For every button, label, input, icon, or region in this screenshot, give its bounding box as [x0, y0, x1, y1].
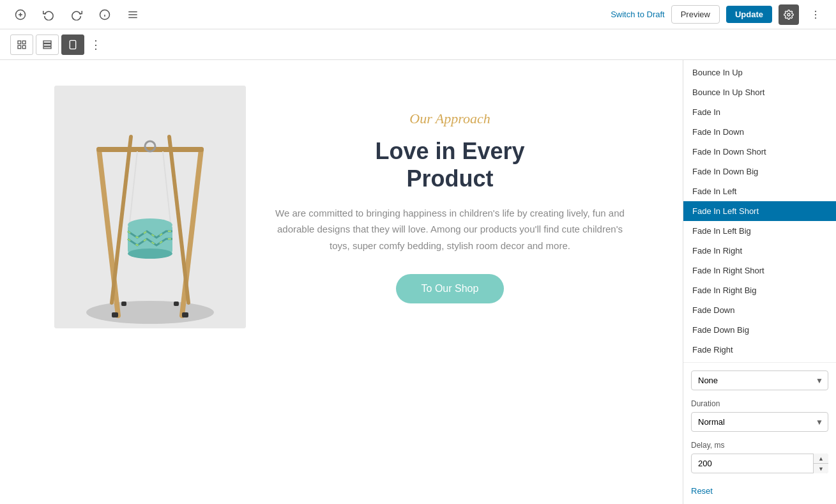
list-view-button[interactable] — [36, 34, 59, 55]
settings-button[interactable] — [779, 4, 799, 25]
list-item[interactable]: Fade In Down — [683, 122, 836, 142]
list-item[interactable]: Fade In Right Big — [683, 280, 836, 300]
svg-point-11 — [815, 13, 816, 15]
undo-button[interactable] — [38, 4, 59, 25]
right-panel: NoneBounce InBounce In DownBounce In Dow… — [683, 60, 836, 504]
panel-controls: None ▼ Duration Slow Normal Fast ▼ Delay… — [683, 363, 836, 504]
reset-button[interactable]: Reset — [691, 486, 713, 496]
svg-point-23 — [86, 301, 214, 324]
delay-input[interactable] — [691, 454, 828, 473]
info-button[interactable] — [95, 4, 115, 25]
list-item[interactable]: Fade In Left — [683, 181, 836, 201]
list-item[interactable]: Fade In — [683, 102, 836, 122]
menu-button[interactable] — [123, 4, 143, 25]
svg-rect-35 — [112, 312, 118, 317]
list-item[interactable]: Fade Down — [683, 300, 836, 320]
more-view-button[interactable]: ⋮ — [87, 36, 105, 54]
main-area: Our Approach Love in Every Product We ar… — [0, 60, 836, 504]
animation-dropdown-container: NoneBounce InBounce In DownBounce In Dow… — [683, 60, 836, 363]
update-button[interactable]: Update — [726, 6, 772, 23]
list-item[interactable]: Bounce In Up — [683, 63, 836, 82]
list-item[interactable]: Fade Right Short — [683, 360, 836, 362]
top-bar-right: Switch to Draft Preview Update — [611, 4, 826, 25]
list-item[interactable]: Fade In Left Short — [683, 201, 836, 221]
top-bar-left — [10, 4, 143, 25]
content-block: Our Approach Love in Every Product We ar… — [54, 86, 629, 328]
list-item[interactable]: Fade Right — [683, 340, 836, 360]
secondary-toolbar: ⋮ — [0, 29, 836, 60]
grid-view-button[interactable] — [10, 34, 33, 55]
text-block: Our Approach Love in Every Product We ar… — [271, 111, 629, 304]
subtitle: Our Approach — [271, 111, 629, 127]
svg-point-9 — [787, 13, 790, 16]
svg-rect-22 — [54, 86, 246, 328]
svg-point-34 — [128, 248, 172, 259]
svg-rect-14 — [22, 41, 26, 44]
product-image — [54, 86, 246, 328]
mobile-view-button[interactable] — [61, 34, 84, 55]
second-animation-wrapper: None ▼ — [691, 370, 828, 390]
list-item[interactable]: Fade In Down Short — [683, 142, 836, 162]
delay-input-wrapper: ▲ ▼ — [691, 454, 828, 473]
svg-point-10 — [815, 10, 816, 11]
list-item[interactable]: Fade Down Big — [683, 320, 836, 340]
list-item[interactable]: Fade In Right — [683, 241, 836, 261]
svg-rect-17 — [43, 41, 51, 43]
description-text: We are committed to bringing happiness i… — [271, 205, 629, 254]
preview-button[interactable]: Preview — [671, 5, 720, 24]
svg-rect-16 — [22, 45, 26, 49]
canvas-area: Our Approach Love in Every Product We ar… — [0, 60, 683, 504]
delay-increment-button[interactable]: ▲ — [814, 454, 828, 464]
svg-rect-15 — [18, 45, 21, 49]
svg-rect-38 — [174, 302, 179, 306]
shop-button[interactable]: To Our Shop — [396, 274, 505, 303]
duration-wrapper: Slow Normal Fast ▼ — [691, 412, 828, 432]
svg-rect-37 — [121, 302, 126, 306]
svg-point-12 — [815, 17, 816, 19]
delay-decrement-button[interactable]: ▼ — [814, 464, 828, 473]
svg-rect-13 — [18, 41, 21, 44]
add-button[interactable] — [10, 4, 31, 25]
list-item[interactable]: Fade In Right Short — [683, 261, 836, 280]
delay-label: Delay, ms — [691, 441, 828, 450]
svg-rect-36 — [182, 312, 188, 317]
duration-label: Duration — [691, 399, 828, 408]
list-item[interactable]: Fade In Left Big — [683, 221, 836, 241]
second-animation-select[interactable]: None — [691, 370, 828, 390]
delay-spinners: ▲ ▼ — [813, 454, 828, 473]
top-toolbar: Switch to Draft Preview Update — [0, 0, 836, 29]
list-item[interactable]: Fade In Down Big — [683, 162, 836, 181]
more-options-button[interactable] — [805, 4, 826, 25]
svg-rect-18 — [43, 43, 51, 45]
main-title: Love in Every Product — [271, 137, 629, 192]
switch-draft-button[interactable]: Switch to Draft — [611, 10, 665, 19]
list-item[interactable]: Bounce In Up Short — [683, 82, 836, 102]
svg-rect-19 — [43, 47, 51, 49]
duration-select[interactable]: Slow Normal Fast — [691, 412, 828, 432]
redo-button[interactable] — [66, 4, 87, 25]
animation-list[interactable]: NoneBounce InBounce In DownBounce In Dow… — [683, 60, 836, 362]
